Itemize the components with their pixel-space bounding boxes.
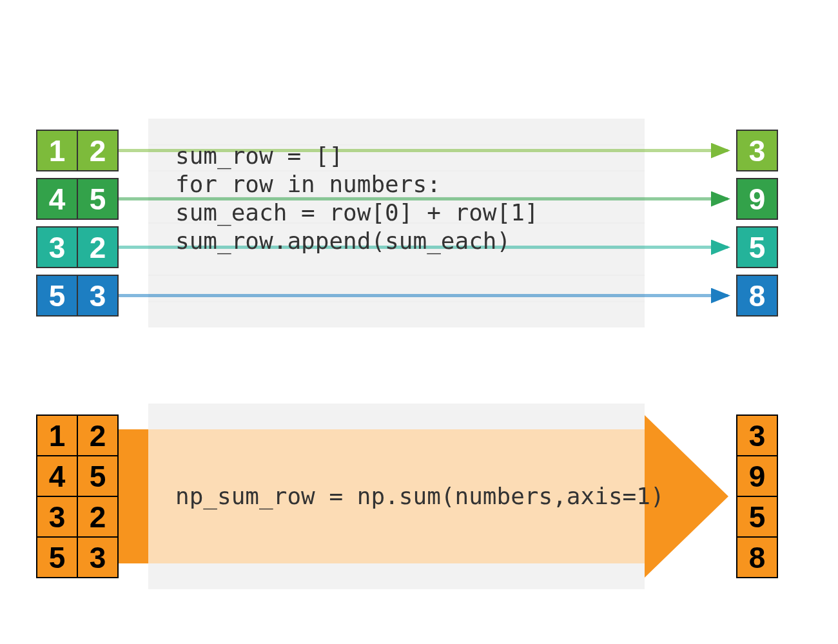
vector-input-value-r1-c0: 4 xyxy=(49,460,66,493)
loop-input-value-r3-c0: 5 xyxy=(49,279,66,313)
loop-input-value-r2-c0: 3 xyxy=(49,231,66,264)
loop-input-value-r0-c0: 1 xyxy=(49,134,66,168)
vector-output-value-r2: 5 xyxy=(749,500,766,534)
loop-code-line-2: sum_each = row[0] + row[1] xyxy=(175,199,539,226)
loop-input-value-r0-c1: 2 xyxy=(90,134,106,168)
loop-input-value-r1-c0: 4 xyxy=(49,182,66,216)
loop-output-value-r3: 8 xyxy=(749,279,766,313)
loop-input-value-r2-c1: 2 xyxy=(90,231,106,264)
vector-output-value-r0: 3 xyxy=(749,419,766,453)
loop-output-value-r2: 5 xyxy=(749,231,766,264)
loop-code-line-0: sum_row = [] xyxy=(175,142,343,170)
vector-input-value-r3-c1: 3 xyxy=(90,541,106,574)
loop-output-value-r1: 9 xyxy=(749,182,766,216)
vector-input-value-r3-c0: 5 xyxy=(49,541,66,574)
loop-code-line-3: sum_row.append(sum_each) xyxy=(175,228,511,255)
vector-input-value-r0-c1: 2 xyxy=(90,419,106,453)
vector-output-value-r3: 8 xyxy=(749,541,766,574)
loop-input-value-r1-c1: 5 xyxy=(90,182,106,216)
vector-output-value-r1: 9 xyxy=(749,460,766,493)
vector-input-value-r0-c0: 1 xyxy=(49,419,66,453)
diagram-root: sum_row = []for row in numbers: sum_each… xyxy=(0,0,838,644)
loop-output-value-r0: 3 xyxy=(749,134,766,168)
vector-input-value-r2-c1: 2 xyxy=(90,500,106,534)
vector-input-value-r2-c0: 3 xyxy=(49,500,66,534)
loop-input-value-r3-c1: 3 xyxy=(90,279,106,313)
vector-code-line: np_sum_row = np.sum(numbers,axis=1) xyxy=(175,483,665,510)
loop-code-line-1: for row in numbers: xyxy=(175,171,441,197)
vector-input-value-r1-c1: 5 xyxy=(90,460,106,493)
